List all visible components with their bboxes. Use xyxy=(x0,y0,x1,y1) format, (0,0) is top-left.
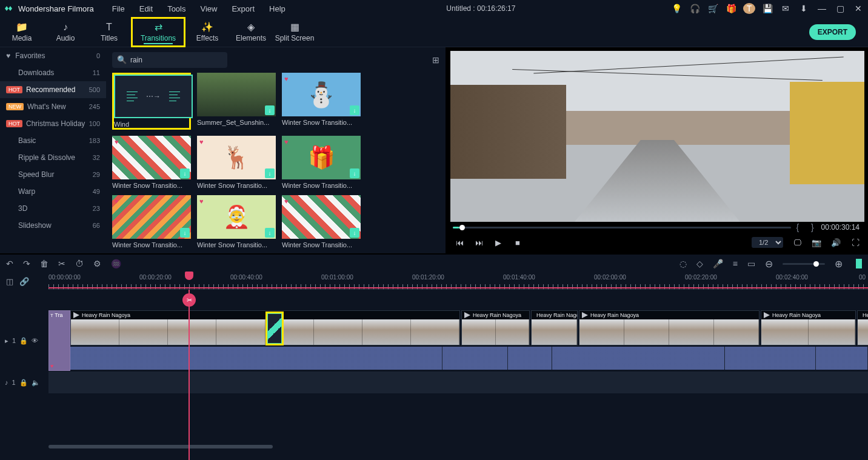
undo-button[interactable]: ↶ xyxy=(6,259,13,268)
maximize-button[interactable]: ▢ xyxy=(834,4,846,13)
step-forward-button[interactable]: ⏭ xyxy=(473,238,484,247)
sidebar-ripple[interactable]: Ripple & Dissolve32 xyxy=(0,149,106,166)
menu-file[interactable]: File xyxy=(106,3,131,15)
tab-elements[interactable]: ◈Elements xyxy=(229,17,273,47)
volume-icon[interactable]: 🔊 xyxy=(830,238,841,247)
mail-icon[interactable]: ✉ xyxy=(780,4,792,13)
headset-icon[interactable]: 🎧 xyxy=(689,4,701,13)
render-button[interactable]: ◌ xyxy=(679,259,687,268)
thumb-item-wind[interactable]: ⋯→ Wind xyxy=(112,73,191,130)
delete-button[interactable]: 🗑 xyxy=(40,259,48,268)
mark-in-out-icon[interactable]: { } xyxy=(796,222,816,232)
sidebar-3d[interactable]: 3D23 xyxy=(0,200,106,217)
timeline-ruler[interactable]: 00:00:00:00 00:00:20:00 00:00:40:00 00:0… xyxy=(48,273,868,290)
video-clip[interactable]: Heavy Rain Nagoya xyxy=(531,310,578,345)
video-track-body[interactable]: T Tra ♥ Heavy Rain Nagoya Heavy Rain Nag… xyxy=(48,310,868,371)
tab-split-screen[interactable]: ▦Split Screen xyxy=(273,17,316,47)
display-icon[interactable]: 🖵 xyxy=(792,238,803,247)
video-clip[interactable]: Heavy Rain Nagoya xyxy=(857,310,868,345)
download-icon[interactable]: ↓ xyxy=(265,105,275,115)
track-manager-icon[interactable]: ◫ xyxy=(6,277,13,286)
thumb-item[interactable]: ♥↓ Winter Snow Transitio... xyxy=(197,136,276,189)
preview-page-select[interactable]: 1/2 xyxy=(752,237,783,248)
preview-progress-slider[interactable] xyxy=(453,227,791,228)
playhead-line[interactable] xyxy=(189,290,190,460)
sidebar-whats-new[interactable]: NewWhat's New245 xyxy=(0,98,106,115)
tab-effects[interactable]: ✨Effects xyxy=(185,17,229,47)
audio-waveform[interactable] xyxy=(70,347,868,370)
mixer-button[interactable]: ≡ xyxy=(733,259,738,268)
download-icon[interactable]: ↓ xyxy=(350,105,359,115)
fullscreen-icon[interactable]: ⛶ xyxy=(850,238,861,247)
audio-vis-button[interactable]: ♒ xyxy=(111,259,121,268)
text-clip[interactable]: T Tra ♥ xyxy=(48,310,70,371)
sidebar-basic[interactable]: Basic183 xyxy=(0,132,106,149)
zoom-fit-button[interactable] xyxy=(856,259,862,268)
video-clip[interactable]: Heavy Rain Nagoya xyxy=(761,310,856,345)
search-input[interactable] xyxy=(112,52,227,68)
gift-icon[interactable]: 🎁 xyxy=(725,4,737,13)
stop-button[interactable]: ■ xyxy=(512,238,523,247)
scrollbar-thumb[interactable] xyxy=(48,445,273,448)
thumb-item[interactable]: ♥↓ Winter Snow Transitio... xyxy=(112,195,191,248)
menu-export[interactable]: Export xyxy=(225,3,261,15)
close-button[interactable]: ✕ xyxy=(852,4,864,13)
zoom-slider[interactable] xyxy=(783,263,825,265)
download-icon[interactable]: ↓ xyxy=(180,168,190,178)
transition-marker[interactable] xyxy=(265,312,284,345)
thumb-item[interactable]: ♥↓ Winter Snow Transitio... xyxy=(282,195,361,248)
redo-button[interactable]: ↷ xyxy=(23,259,30,268)
download-icon[interactable]: ⬇ xyxy=(798,4,810,13)
thumb-item[interactable]: ♥↓ Winter Snow Transitio... xyxy=(112,136,191,189)
sidebar-christmas[interactable]: HOTChristmas Holiday100 xyxy=(0,115,106,132)
adjust-button[interactable]: ⚙ xyxy=(93,259,101,268)
tab-transitions[interactable]: ⇄Transitions xyxy=(131,17,185,47)
tab-titles[interactable]: TTitles xyxy=(87,17,131,47)
thumb-item[interactable]: ♥↓ Winter Snow Transitio... xyxy=(282,73,361,130)
menu-view[interactable]: View xyxy=(194,3,223,15)
play-button[interactable]: ▶ xyxy=(493,238,504,247)
zoom-out-button[interactable]: ⊖ xyxy=(765,258,773,270)
view-toggle-icon[interactable]: ⊞ xyxy=(432,55,439,65)
playhead-handle[interactable] xyxy=(185,272,193,280)
zoom-in-button[interactable]: ⊕ xyxy=(835,258,843,270)
thumb-item[interactable]: ♥↓ Winter Snow Transitio... xyxy=(197,195,276,248)
audio-track-body[interactable] xyxy=(48,372,868,393)
tab-audio[interactable]: ♪Audio xyxy=(44,17,87,47)
download-icon[interactable]: ↓ xyxy=(180,228,190,238)
eye-icon[interactable]: 👁 xyxy=(32,337,38,344)
thumb-item[interactable]: ↓ Summer_Set_Sunshin... xyxy=(197,73,276,130)
video-clip[interactable]: Heavy Rain Nagoya xyxy=(461,310,530,345)
user-avatar[interactable]: T xyxy=(743,3,755,14)
cart-icon[interactable]: 🛒 xyxy=(707,4,719,13)
lightbulb-icon[interactable]: 💡 xyxy=(670,4,683,13)
menu-help[interactable]: Help xyxy=(263,3,292,15)
menu-tools[interactable]: Tools xyxy=(161,3,192,15)
sidebar-downloads[interactable]: Downloads11 xyxy=(0,64,106,81)
minimize-button[interactable]: — xyxy=(816,4,828,13)
link-icon[interactable]: 🔗 xyxy=(19,277,29,286)
sidebar-slideshow[interactable]: Slideshow66 xyxy=(0,217,106,234)
lock-icon[interactable]: 🔒 xyxy=(19,337,28,345)
cut-button[interactable]: ✂ xyxy=(58,259,65,268)
step-back-button[interactable]: ⏮ xyxy=(454,238,465,247)
download-icon[interactable]: ↓ xyxy=(350,228,359,238)
snapshot-icon[interactable]: 📷 xyxy=(811,238,822,247)
marker-button[interactable]: ◇ xyxy=(696,259,703,268)
save-icon[interactable]: 💾 xyxy=(761,4,773,13)
voiceover-button[interactable]: 🎤 xyxy=(713,259,723,268)
sidebar-speed-blur[interactable]: Speed Blur29 xyxy=(0,166,106,183)
download-icon[interactable]: ↓ xyxy=(265,228,275,238)
mute-icon[interactable]: 🔈 xyxy=(32,379,40,387)
sidebar-warp[interactable]: Warp49 xyxy=(0,183,106,200)
keyframe-button[interactable]: ▭ xyxy=(747,259,755,268)
speed-button[interactable]: ⏱ xyxy=(75,259,84,268)
sidebar-recommended[interactable]: HOTRecommended500 xyxy=(0,81,106,98)
lock-icon[interactable]: 🔒 xyxy=(19,379,28,387)
download-icon[interactable]: ↓ xyxy=(350,168,359,178)
menu-edit[interactable]: Edit xyxy=(133,3,159,15)
export-button[interactable]: EXPORT xyxy=(809,24,856,40)
sidebar-favorites[interactable]: ♥Favorites0 xyxy=(0,47,106,64)
video-clip[interactable]: Heavy Rain Nagoya xyxy=(579,310,760,345)
thumb-item[interactable]: ♥↓ Winter Snow Transitio... xyxy=(282,136,361,189)
